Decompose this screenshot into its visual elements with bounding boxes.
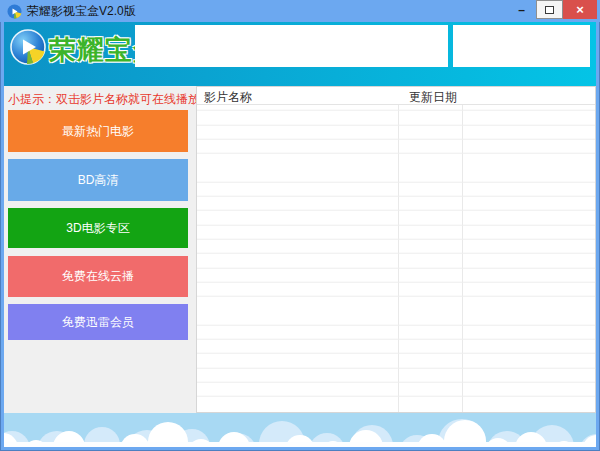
clouds-footer	[4, 413, 596, 447]
table-header: 影片名称 更新日期	[197, 87, 595, 105]
sidebar-item-latest-movies[interactable]: 最新热门电影	[8, 110, 188, 152]
titlebar[interactable]: 荣耀影视宝盒V2.0版 – ×	[0, 0, 600, 22]
search-button[interactable]	[453, 25, 590, 67]
search-input[interactable]	[135, 25, 448, 67]
maximize-button[interactable]	[536, 0, 563, 19]
column-header-update-date[interactable]: 更新日期	[409, 89, 457, 106]
app-header: 荣耀宝盒	[4, 22, 596, 86]
movie-list[interactable]	[197, 105, 595, 412]
sidebar: 小提示：双击影片名称就可在线播放 最新热门电影 BD高清 3D电影专区 免费在线…	[4, 86, 196, 413]
sidebar-item-xunlei-vip[interactable]: 免费迅雷会员	[8, 304, 188, 340]
app-window: 荣耀影视宝盒V2.0版 – ×	[0, 0, 600, 451]
close-button[interactable]: ×	[563, 0, 597, 19]
movie-table: 影片名称 更新日期	[196, 86, 596, 413]
clouds-strip	[4, 442, 596, 447]
minimize-button[interactable]: –	[507, 0, 536, 19]
close-icon: ×	[576, 2, 584, 17]
minimize-icon: –	[518, 3, 525, 17]
caption-buttons: – ×	[507, 0, 597, 19]
logo-icon	[10, 29, 46, 65]
sidebar-item-3d-zone[interactable]: 3D电影专区	[8, 208, 188, 248]
app-icon	[7, 4, 22, 19]
tip-text: 小提示：双击影片名称就可在线播放	[8, 91, 200, 108]
sidebar-item-cloud-play[interactable]: 免费在线云播	[8, 256, 188, 297]
maximize-icon	[545, 6, 554, 14]
sidebar-item-bd-hd[interactable]: BD高清	[8, 159, 188, 201]
column-header-movie-name[interactable]: 影片名称	[204, 89, 252, 106]
main-content: 小提示：双击影片名称就可在线播放 最新热门电影 BD高清 3D电影专区 免费在线…	[4, 86, 596, 413]
window-title: 荣耀影视宝盒V2.0版	[27, 3, 136, 20]
